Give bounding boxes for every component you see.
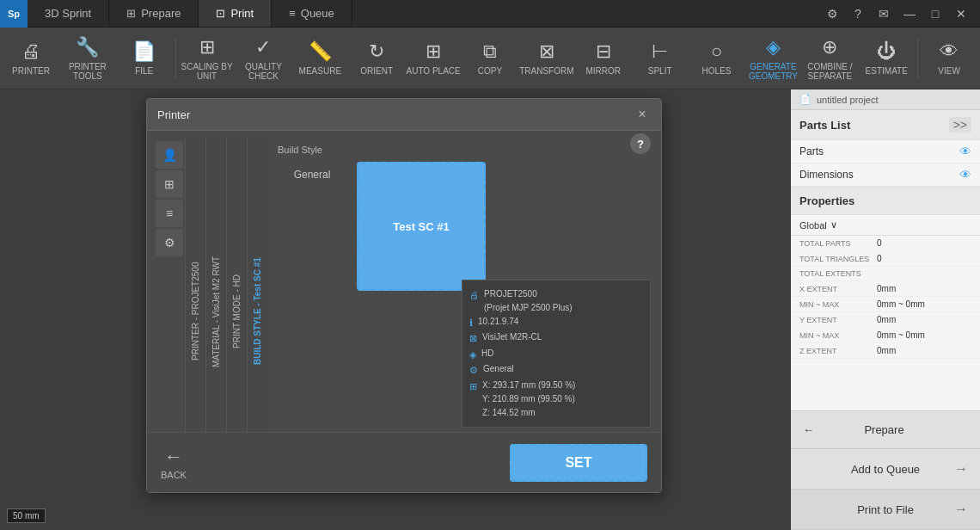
dialog-tab-list[interactable]: ≡ (156, 200, 183, 227)
copy-icon: ⧉ (483, 40, 497, 63)
printer-label: PRINTER (12, 66, 50, 76)
holes-icon: ○ (711, 40, 722, 63)
info-printer-name: PROJET2500 (Projet MJP 2500 Plus) (484, 287, 573, 315)
measure-icon: 📏 (309, 40, 332, 63)
set-button[interactable]: SET (510, 444, 647, 482)
tool-printer-tools[interactable]: 🔧 PRINTER TOOLS (60, 31, 115, 86)
tool-orient[interactable]: ↻ ORIENT (349, 31, 404, 86)
estimate-icon: ⏻ (877, 40, 896, 63)
tab-print[interactable]: ⊡ Print (199, 0, 272, 27)
dimensions-visibility-toggle[interactable]: 👁 (959, 168, 971, 182)
total-triangles-label: TOTAL TRIANGLES (799, 255, 877, 263)
tool-view[interactable]: 👁 VIEW (922, 31, 977, 86)
parts-list-section: Parts List >> Parts 👁 Dimensions 👁 (791, 110, 980, 188)
dialog-tab-settings[interactable]: ⚙ (156, 229, 183, 256)
close-button[interactable]: ✕ (949, 3, 973, 24)
print-tab-label: Print (230, 7, 254, 20)
dialog-title: Printer (157, 108, 190, 121)
prepare-tab-icon: ⊞ (126, 7, 136, 20)
back-button[interactable]: ← BACK (161, 446, 187, 480)
parts-list-expand[interactable]: >> (949, 117, 971, 132)
global-dropdown-icon: ∨ (830, 219, 837, 231)
tool-generate[interactable]: ◈ GENERATE GEOMETRY (746, 31, 801, 86)
tool-split[interactable]: ⊢ SPLIT (633, 31, 688, 86)
print-to-file-button[interactable]: Print to File → (791, 490, 980, 530)
tool-transform[interactable]: ⊠ TRANSFORM (519, 31, 574, 86)
quality-icon: ✓ (255, 36, 271, 59)
parts-visibility-toggle[interactable]: 👁 (959, 145, 971, 158)
combine-label: COMBINE / SEPARATE (802, 62, 857, 81)
printer-tools-icon: 🔧 (76, 36, 99, 59)
tab-3d-sprint[interactable]: 3D Sprint (28, 0, 109, 27)
file-label: FILE (135, 66, 153, 76)
scale-indicator: 50 mm (7, 508, 46, 523)
print-to-file-label: Print to File (857, 503, 914, 516)
parts-list-header: Parts List >> (791, 110, 980, 140)
view-icon: 👁 (940, 40, 959, 63)
help-button[interactable]: ? (846, 3, 870, 24)
style-card-test-sc[interactable]: Test SC #1 (357, 162, 486, 291)
mail-button[interactable]: ✉ (872, 3, 896, 24)
tool-holes[interactable]: ○ HOLES (689, 31, 744, 86)
orient-label: ORIENT (360, 66, 393, 76)
parts-list-title: Parts List (799, 119, 850, 132)
tool-autoplace[interactable]: ⊞ AUTO PLACE (406, 31, 461, 86)
tool-mirror[interactable]: ⊟ MIRROR (576, 31, 631, 86)
file-icon: 📄 (132, 40, 156, 63)
dialog-tab-grid[interactable]: ⊞ (156, 170, 183, 198)
minimize-button[interactable]: — (897, 3, 922, 24)
add-to-queue-label: Add to Queue (851, 463, 920, 476)
action-section: ← Prepare Add to Queue → Print to File → (791, 410, 980, 530)
style-general[interactable]: General (278, 162, 346, 188)
dialog-close-button[interactable]: × (634, 106, 651, 123)
tool-quality[interactable]: ✓ QUALITY CHECK (236, 31, 291, 86)
tool-combine[interactable]: ⊕ COMBINE / SEPARATE (802, 31, 857, 86)
tool-scaling[interactable]: ⊞ SCALING BY UNIT (180, 31, 235, 86)
toolbar-separator-1 (175, 38, 176, 79)
tool-printer[interactable]: 🖨 PRINTER (3, 31, 58, 86)
mirror-label: MIRROR (586, 66, 622, 76)
info-coords: X: 293.17 mm (99.50 %) Y: 210.89 mm (99.… (482, 379, 575, 420)
quality-label: QUALITY CHECK (236, 62, 291, 81)
back-arrow-icon: ← (164, 446, 183, 468)
printer-tools-label: PRINTER TOOLS (60, 62, 115, 81)
generate-icon: ◈ (766, 36, 781, 59)
split-label: SPLIT (648, 66, 672, 76)
build-style-content: General Test SC #1 (278, 162, 647, 291)
props-y-extent: Y EXTENT 0mm (791, 312, 980, 328)
generate-label: GENERATE GEOMETRY (746, 62, 801, 81)
tool-file[interactable]: 📄 FILE (117, 31, 172, 86)
mirror-icon: ⊟ (596, 40, 611, 63)
print-tab-icon: ⊡ (216, 7, 225, 20)
title-tabs: 3D Sprint ⊞ Prepare ⊡ Print ≡ Queue (28, 0, 820, 27)
dialog-tab-user[interactable]: 👤 (156, 141, 183, 169)
orient-icon: ↻ (369, 40, 384, 63)
parts-label: Parts (799, 145, 824, 157)
tab-queue[interactable]: ≡ Queue (272, 0, 352, 27)
add-to-queue-button[interactable]: Add to Queue → (791, 449, 980, 490)
printer-info-box: 🖨 PROJET2500 (Projet MJP 2500 Plus) ℹ 10… (462, 280, 651, 428)
project-bar: 📄 untitled project (791, 89, 980, 110)
tool-measure[interactable]: 📏 MEASURE (292, 31, 347, 86)
info-version: 10.21.9.74 (478, 315, 518, 329)
canvas-area[interactable]: Printer × ? 👤 ⊞ ≡ ⚙ PRINTER - PROJET2500… (0, 89, 791, 530)
printer-dialog: Printer × ? 👤 ⊞ ≡ ⚙ PRINTER - PROJET2500… (146, 98, 662, 493)
prepare-tab-label: Prepare (141, 7, 181, 20)
y-extent-label: Y EXTENT (799, 316, 877, 324)
props-total-extents: TOTAL EXTENTS (791, 267, 980, 281)
scaling-label: SCALING BY UNIT (180, 62, 235, 81)
properties-global[interactable]: Global ∨ (791, 215, 980, 236)
split-icon: ⊢ (652, 40, 668, 63)
tool-estimate[interactable]: ⏻ ESTIMATE (859, 31, 914, 86)
prepare-button[interactable]: ← Prepare (791, 411, 980, 449)
toolbar: 🖨 PRINTER 🔧 PRINTER TOOLS 📄 FILE ⊞ SCALI… (0, 28, 980, 89)
tool-copy[interactable]: ⧉ COPY (462, 31, 518, 86)
maximize-button[interactable]: □ (923, 3, 947, 24)
global-label: Global (799, 220, 827, 231)
tab-prepare[interactable]: ⊞ Prepare (109, 0, 199, 27)
props-y-minmax: Min ~ Max 0mm ~ 0mm (791, 328, 980, 343)
dialog-help-button[interactable]: ? (630, 133, 651, 154)
settings-button[interactable]: ⚙ (820, 3, 844, 24)
parts-list-row-parts: Parts 👁 (791, 140, 980, 163)
parts-list-row-dimensions: Dimensions 👁 (791, 163, 980, 187)
